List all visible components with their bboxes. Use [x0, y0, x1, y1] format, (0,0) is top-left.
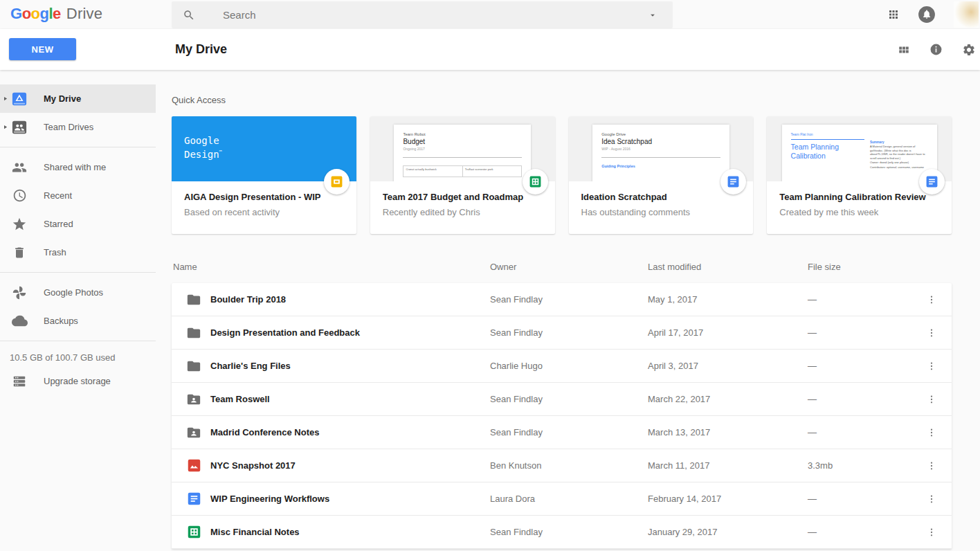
quick-access-heading: Quick Access: [172, 95, 952, 105]
quick-access-card-aiga-design-presentation-wip[interactable]: Google Design™ AIGA Design Presentation …: [172, 116, 356, 234]
folder-shared-icon: [185, 424, 202, 441]
search-icon[interactable]: [183, 9, 195, 21]
table-row-charlie-s-eng-files[interactable]: Charlie's Eng FilesCharlie HugoApril 3, …: [172, 350, 952, 383]
search-bar[interactable]: [172, 1, 673, 28]
file-name: WIP Engineering Workflows: [210, 494, 490, 504]
new-button[interactable]: NEW: [9, 38, 76, 60]
file-table-header: NameOwnerLast modifiedFile size: [172, 262, 952, 272]
sheets-badge-icon: [523, 169, 548, 195]
more-options-icon[interactable]: [911, 394, 952, 405]
file-size: 3.3mb: [808, 460, 911, 471]
more-options-icon[interactable]: [911, 494, 952, 505]
file-owner: Sean Findlay: [490, 327, 648, 338]
google-drive-logo[interactable]: Google Drive: [10, 5, 102, 23]
sidebar-item-google-photos[interactable]: Google Photos: [0, 278, 156, 307]
sidebar-divider: [0, 147, 156, 147]
notifications-bell-icon[interactable]: [918, 6, 936, 24]
sidebar-item-upgrade-storage[interactable]: Upgrade storage: [0, 367, 156, 395]
table-row-madrid-conference-notes[interactable]: Madrid Conference NotesSean FindlayMarch…: [172, 416, 952, 449]
more-options-icon[interactable]: [911, 294, 952, 305]
file-last-modified: February 14, 2017: [648, 494, 808, 504]
folder-icon: [185, 358, 202, 374]
file-name: Team Roswell: [210, 394, 490, 404]
more-options-icon[interactable]: [911, 427, 952, 438]
page-title: My Drive: [175, 42, 227, 57]
file-last-modified: January 29, 2017: [648, 527, 808, 537]
sidebar-divider: [0, 341, 156, 341]
card-subtitle: Created by me this week: [779, 207, 939, 217]
search-options-caret-icon[interactable]: [648, 10, 657, 20]
search-input[interactable]: [223, 9, 648, 21]
drive-app-icon: [11, 91, 28, 107]
info-icon[interactable]: [929, 43, 943, 56]
view-controls: [898, 29, 976, 70]
logo-letter: o: [31, 5, 40, 22]
card-title: AIGA Design Presentation - WIP: [184, 192, 344, 202]
folder-icon: [185, 291, 202, 308]
table-row-boulder-trip-2018[interactable]: Boulder Trip 2018Sean FindlayMay 1, 2017…: [172, 283, 952, 316]
file-size: —: [808, 361, 911, 371]
table-row-wip-engineering-workflows[interactable]: WIP Engineering WorkflowsLaura DoraFebru…: [172, 482, 952, 516]
sidebar-item-backups[interactable]: Backups: [0, 307, 156, 335]
more-options-icon[interactable]: [911, 361, 952, 372]
expand-arrow-icon[interactable]: [2, 123, 8, 131]
image-file-icon: [185, 458, 202, 474]
column-header-last-modified[interactable]: Last modified: [648, 262, 808, 272]
more-options-icon[interactable]: [911, 327, 952, 338]
more-options-icon[interactable]: [911, 460, 952, 471]
folder-shared-icon: [185, 391, 202, 408]
sheets-file-icon: [185, 524, 202, 541]
file-owner: Laura Dora: [490, 494, 648, 504]
slides-badge-icon: [324, 169, 350, 195]
table-row-nyc-snapshot-2017[interactable]: NYC Snapshot 2017Ben KnutsonMarch 11, 20…: [172, 449, 952, 482]
trash-icon: [11, 244, 28, 261]
table-row-misc-financial-notes[interactable]: Misc Financial NotesSean FindlayJanuary …: [172, 516, 952, 549]
photos-pinwheel-icon: [11, 284, 28, 301]
card-subtitle: Based on recent activity: [184, 207, 344, 217]
quick-access-card-ideation-scratchpad[interactable]: Google Drive Idea Scratchpad WIP - Augus…: [569, 116, 754, 234]
file-owner: Sean Findlay: [490, 294, 648, 305]
expand-arrow-icon[interactable]: [2, 95, 8, 102]
topbar-actions: [887, 0, 980, 29]
cloud-icon: [11, 313, 28, 329]
settings-gear-icon[interactable]: [962, 43, 976, 57]
table-row-team-roswell[interactable]: Team RoswellSean FindlayMarch 22, 2017—: [172, 383, 952, 416]
file-last-modified: March 13, 2017: [648, 427, 808, 437]
sidebar-item-team-drives[interactable]: Team Drives: [0, 113, 156, 141]
sidebar-item-recent[interactable]: Recent: [0, 181, 156, 210]
quick-access-card-team-planning-calibration-review[interactable]: Team Flat Iron Team Planning Calibration…: [767, 116, 952, 234]
column-header-name[interactable]: Name: [172, 262, 490, 272]
card-title: Team 2017 Budget and Roadmap: [383, 192, 543, 202]
file-last-modified: April 3, 2017: [648, 361, 808, 371]
file-name: Design Presentation and Feedback: [210, 327, 490, 338]
docs-badge-icon: [919, 169, 945, 195]
quick-access-card-team-2017-budget-and-roadmap[interactable]: Team Robot Budget Ongoing 2017 Cronut ac…: [370, 116, 555, 234]
logo-letter: e: [53, 5, 61, 22]
file-last-modified: March 22, 2017: [648, 394, 808, 404]
logo-letter: g: [40, 5, 49, 22]
sidebar-item-my-drive[interactable]: My Drive: [0, 84, 156, 113]
sidebar-item-label: Backups: [44, 316, 78, 326]
sidebar-item-starred[interactable]: Starred: [0, 210, 156, 238]
account-avatar[interactable]: [954, 1, 979, 28]
column-header-file-size[interactable]: File size: [808, 262, 952, 272]
google-apps-grid-icon[interactable]: [887, 8, 900, 21]
logo-letter: o: [22, 5, 31, 22]
column-header-owner[interactable]: Owner: [490, 262, 648, 272]
file-owner: Charlie Hugo: [490, 361, 648, 371]
sidebar-item-label: Shared with me: [44, 162, 106, 172]
grid-view-icon[interactable]: [898, 44, 910, 56]
sidebar-item-label: Upgrade storage: [44, 376, 111, 386]
drive-wordmark: Drive: [66, 5, 102, 23]
table-row-design-presentation-and-feedback[interactable]: Design Presentation and FeedbackSean Fin…: [172, 316, 952, 350]
google-wordmark: Google: [10, 5, 61, 23]
docs-badge-icon: [720, 169, 746, 195]
sidebar-item-trash[interactable]: Trash: [0, 238, 156, 267]
people-icon: [11, 159, 28, 176]
docs-file-icon: [185, 491, 202, 507]
card-subtitle: Has outstanding comments: [581, 207, 741, 217]
more-options-icon[interactable]: [911, 527, 952, 538]
file-size: —: [808, 427, 911, 437]
sidebar-item-shared-with-me[interactable]: Shared with me: [0, 153, 156, 181]
card-title: Team Planning Calibration Review: [779, 192, 939, 202]
